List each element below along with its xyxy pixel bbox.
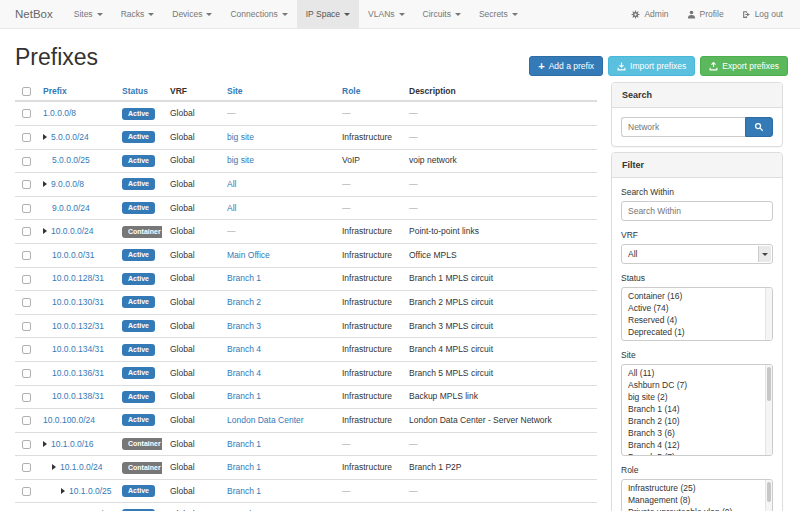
prefix-link[interactable]: 9.0.0.0/24 [52,203,90,213]
row-checkbox[interactable] [22,345,31,354]
scrollbar[interactable] [765,480,772,511]
row-checkbox[interactable] [22,416,31,425]
listbox-option[interactable]: Ashburn DC (7) [622,379,772,391]
row-checkbox[interactable] [22,227,31,236]
listbox-option[interactable]: Container (16) [622,290,772,302]
prefix-link[interactable]: 10.0.0.132/31 [52,321,104,331]
prefix-link[interactable]: 10.0.100.0/24 [43,415,95,425]
site-link[interactable]: All [227,179,236,189]
column-header-role[interactable]: Role [334,82,401,101]
chevron-down-icon [455,13,461,16]
site-link[interactable]: Branch 1 [227,462,261,472]
prefix-link[interactable]: 10.0.0.0/24 [51,226,94,236]
row-checkbox[interactable] [22,180,31,189]
row-checkbox[interactable] [22,204,31,213]
prefix-link[interactable]: 10.0.0.130/31 [52,297,104,307]
prefix-link[interactable]: 5.0.0.0/24 [51,132,89,142]
row-checkbox[interactable] [22,487,31,496]
nav-item-connections[interactable]: Connections [221,0,296,28]
empty-value: — [409,203,418,213]
prefix-link[interactable]: 10.0.0.0/31 [52,250,95,260]
prefix-link[interactable]: 9.0.0.0/8 [51,179,84,189]
add-prefix-button[interactable]: + Add a prefix [529,56,603,76]
site-link[interactable]: Branch 4 [227,368,261,378]
row-checkbox[interactable] [22,322,31,331]
listbox-option[interactable]: big site (2) [622,391,772,403]
nav-item-ip-space[interactable]: IP Space [297,0,359,28]
nav-item-secrets[interactable]: Secrets [470,0,527,28]
site-link[interactable]: Main Office [227,250,270,260]
row-checkbox[interactable] [22,251,31,260]
prefix-link[interactable]: 10.1.0.0/25 [69,486,112,496]
scrollbar[interactable] [765,288,772,340]
listbox-option[interactable]: Branch 2 (10) [622,415,772,427]
site-link[interactable]: All [227,203,236,213]
listbox-option[interactable]: Branch 1 (14) [622,403,772,415]
site-link[interactable]: big site [227,132,254,142]
nav-item-logout[interactable]: Log out [733,0,792,28]
site-listbox[interactable]: All (11)Ashburn DC (7)big site (2)Branch… [621,364,773,456]
search-within-input[interactable] [621,201,773,221]
prefix-link[interactable]: 5.0.0.0/25 [52,155,90,165]
export-prefixes-button[interactable]: Export prefixes [700,56,788,76]
row-checkbox[interactable] [22,393,31,402]
listbox-option[interactable]: Infrastructure (25) [622,482,772,494]
role-value: Infrastructure [334,314,401,338]
listbox-option[interactable]: Active (74) [622,302,772,314]
search-input[interactable] [621,117,745,137]
search-button[interactable] [745,117,773,137]
prefix-link[interactable]: 10.0.0.138/31 [52,391,104,401]
row-checkbox[interactable] [22,463,31,472]
row-checkbox[interactable] [22,157,31,166]
nav-item-circuits[interactable]: Circuits [414,0,470,28]
vrf-value: Global [162,149,219,173]
row-checkbox[interactable] [22,440,31,449]
row-checkbox[interactable] [22,298,31,307]
role-value: VoIP [334,149,401,173]
site-link[interactable]: Branch 1 [227,439,261,449]
select-all-checkbox[interactable] [22,87,31,96]
listbox-option[interactable]: All (11) [622,367,772,379]
listbox-option[interactable]: Private unrouteable vlan (0) [622,506,772,511]
site-link[interactable]: Branch 2 [227,297,261,307]
prefix-link[interactable]: 10.1.0.0/24 [60,462,103,472]
nav-item-admin[interactable]: Admin [622,0,677,28]
listbox-option[interactable]: Branch 5 (7) [622,451,772,456]
app-logo[interactable]: NetBox [0,0,65,28]
status-listbox[interactable]: Container (16)Active (74)Reserved (4)Dep… [621,287,773,341]
row-checkbox[interactable] [22,369,31,378]
prefix-link[interactable]: 1.0.0.0/8 [43,108,76,118]
role-listbox[interactable]: Infrastructure (25)Management (8)Private… [621,479,773,511]
site-link[interactable]: Branch 1 [227,391,261,401]
empty-value: — [342,486,351,496]
listbox-option[interactable]: Reserved (4) [622,314,772,326]
prefix-link[interactable]: 10.0.0.136/31 [52,368,104,378]
column-header-prefix[interactable]: Prefix [35,82,114,101]
listbox-option[interactable]: Management (8) [622,494,772,506]
nav-item-sites[interactable]: Sites [65,0,112,28]
nav-item-racks[interactable]: Racks [112,0,164,28]
site-link[interactable]: London Data Center [227,415,304,425]
listbox-option[interactable]: Branch 3 (6) [622,427,772,439]
site-link[interactable]: Branch 3 [227,321,261,331]
row-checkbox[interactable] [22,275,31,284]
listbox-option[interactable]: Branch 4 (12) [622,439,772,451]
prefix-link[interactable]: 10.0.0.134/31 [52,344,104,354]
vrf-select[interactable]: All [621,244,773,264]
import-prefixes-button[interactable]: Import prefixes [608,56,695,76]
nav-item-vlans[interactable]: VLANs [359,0,413,28]
site-link[interactable]: Branch 1 [227,273,261,283]
nav-item-profile[interactable]: Profile [678,0,733,28]
site-link[interactable]: Branch 1 [227,486,261,496]
nav-item-devices[interactable]: Devices [163,0,221,28]
column-header-site[interactable]: Site [219,82,334,101]
site-link[interactable]: Branch 4 [227,344,261,354]
scrollbar[interactable] [765,365,772,455]
prefix-link[interactable]: 10.0.0.128/31 [52,273,104,283]
site-link[interactable]: big site [227,155,254,165]
prefix-link[interactable]: 10.1.0.0/16 [51,439,94,449]
listbox-option[interactable]: Deprecated (1) [622,326,772,338]
column-header-status[interactable]: Status [114,82,162,101]
row-checkbox[interactable] [22,109,31,118]
row-checkbox[interactable] [22,133,31,142]
